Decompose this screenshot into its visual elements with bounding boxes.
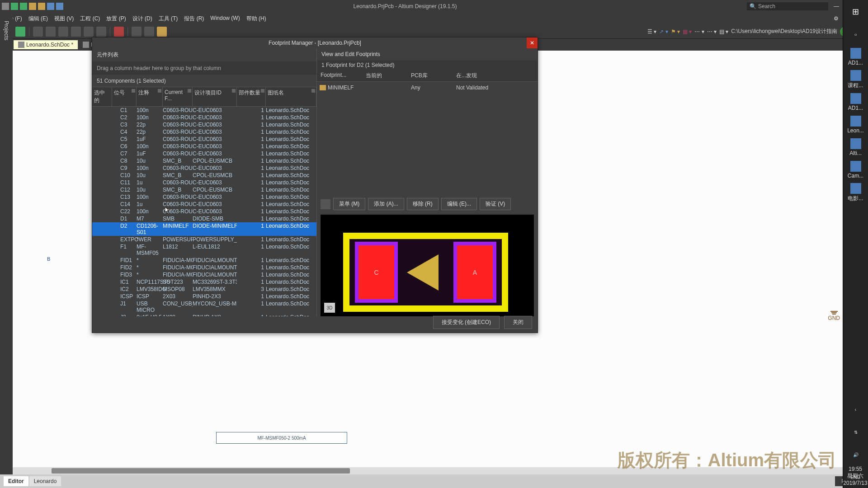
more2-icon[interactable]: ⋯ ▾ xyxy=(707,28,717,35)
projects-tab[interactable]: Projects xyxy=(2,17,10,44)
table-row[interactable]: FID1*FIDUCIA-MOUFIDUCIALMOUNT1Leonardo.S… xyxy=(92,257,316,264)
table-row[interactable]: D2CD1206-S01MINIMELFDIODE-MINIMELF1Leona… xyxy=(92,222,316,236)
menu-item[interactable]: 放置 (P) xyxy=(106,15,126,23)
table-row[interactable]: C2100nC0603-ROUNDC-EUC06031Leonardo.SchD… xyxy=(92,114,316,121)
place-icon[interactable] xyxy=(132,27,142,37)
clear-filter-icon[interactable] xyxy=(114,27,124,37)
column-header[interactable]: 注释 xyxy=(137,87,163,106)
select-icon[interactable] xyxy=(96,27,106,37)
settings-icon[interactable]: ⚙ xyxy=(834,15,839,22)
taskbar-item[interactable]: 电影... xyxy=(845,182,867,203)
volume-icon[interactable]: 🔊 xyxy=(845,444,867,465)
fp-column-header[interactable]: 在...发现 xyxy=(453,70,538,81)
taskbar-item[interactable]: Alti... xyxy=(845,136,867,158)
table-row[interactable]: IC1NCP1117ST5SOT223MC33269ST-3.3T31Leona… xyxy=(92,278,316,286)
filter-icon[interactable] xyxy=(158,89,161,93)
table-row[interactable]: D1M7SMBDIODE-SMB1Leonardo.SchDoc xyxy=(92,215,316,222)
footprint-action-button[interactable]: 验证 (V) xyxy=(480,198,511,210)
redo-icon[interactable] xyxy=(56,3,63,10)
zoom-area-icon[interactable] xyxy=(46,27,56,37)
table-row[interactable]: C810uSMC_BCPOL-EUSMCB1Leonardo.SchDoc xyxy=(92,157,316,164)
more-icon[interactable]: ⋯ ▾ xyxy=(694,28,704,35)
footprint-action-button[interactable]: 菜单 (M) xyxy=(333,198,365,210)
save-tool-icon[interactable] xyxy=(15,27,25,37)
share-icon[interactable]: ↗ ▾ xyxy=(659,28,668,35)
table-row[interactable]: C13100nC0603-ROUNDC-EUC06031Leonardo.Sch… xyxy=(92,193,316,201)
taskbar-item[interactable]: AD1... xyxy=(845,91,867,113)
group-hint[interactable]: Drag a column header here to group by th… xyxy=(92,61,316,75)
column-header[interactable]: 图纸名 xyxy=(266,87,316,106)
components-grid[interactable]: C1100nC0603-ROUNDC-EUC06031Leonardo.SchD… xyxy=(92,107,316,316)
table-row[interactable]: C1010uSMC_BCPOL-EUSMCB1Leonardo.SchDoc xyxy=(92,172,316,179)
filter-icon[interactable] xyxy=(188,89,191,93)
close-dialog-button[interactable]: 关闭 xyxy=(504,316,532,329)
menu-item[interactable]: 编辑 (E) xyxy=(28,15,48,23)
table-row[interactable]: C1210uSMC_BCPOL-EUSMCB1Leonardo.SchDoc xyxy=(92,186,316,193)
table-row[interactable]: C71uFC0603-ROUNDC-EUC06031Leonardo.SchDo… xyxy=(92,150,316,157)
table-row[interactable]: C322pC0603-ROUNDC-EUC06031Leonardo.SchDo… xyxy=(92,121,316,128)
menu-item[interactable]: 设计 (D) xyxy=(132,15,152,23)
column-header[interactable]: 设计项目ID xyxy=(193,87,237,106)
footprint-row[interactable]: MINIMELF Any Not Validated xyxy=(317,82,538,94)
filter-icon[interactable] xyxy=(261,89,264,93)
table-row[interactable]: F1MF-MSMF05L1812L-EUL18121Leonardo.SchDo… xyxy=(92,243,316,257)
zoom-fit-icon[interactable] xyxy=(33,27,43,37)
footprint-preview[interactable]: C A 3D xyxy=(321,215,534,316)
table-row[interactable]: C1100nC0603-ROUNDC-EUC06031Leonardo.SchD… xyxy=(92,107,316,114)
table-row[interactable]: EXTPOWER*POWERSUPPLYPOWERSUPPLY_DC21M1Le… xyxy=(92,236,316,243)
menu-item[interactable]: 报告 (R) xyxy=(184,15,204,23)
menu-item[interactable]: 帮助 (H) xyxy=(246,15,266,23)
filter-icon[interactable] xyxy=(232,89,236,93)
align-icon[interactable] xyxy=(144,27,154,37)
table-row[interactable]: C9100nC0603-ROUNDC-EUC06031Leonardo.SchD… xyxy=(92,164,316,172)
table-row[interactable]: C111uC0603-ROUNDC-EUC06031Leonardo.SchDo… xyxy=(92,179,316,186)
grid-icon[interactable]: ▦ ▾ xyxy=(683,28,692,35)
filter-icon[interactable] xyxy=(132,89,135,93)
move-icon[interactable] xyxy=(84,27,94,37)
system-clock[interactable]: 19:55 星期六 2019/7/13 xyxy=(843,464,868,488)
column-header[interactable]: Current F... xyxy=(163,87,193,106)
accept-eco-button[interactable]: 接受变化 (创建ECO) xyxy=(433,316,500,329)
footprint-action-button[interactable]: 编辑 (E)... xyxy=(441,198,477,210)
flag-icon[interactable]: ⚑ ▾ xyxy=(671,28,680,35)
network-icon[interactable]: ⇅ xyxy=(845,421,867,443)
scrollbar-thumb[interactable] xyxy=(52,468,350,474)
list-icon[interactable]: ☰ ▾ xyxy=(647,28,656,35)
cross-probe-icon[interactable] xyxy=(71,27,81,37)
minimize-button[interactable]: — xyxy=(832,2,841,11)
menu-item[interactable]: Window (W) xyxy=(210,15,240,23)
fp-column-header[interactable]: PCB库 xyxy=(407,70,453,81)
table-row[interactable]: C141uC0603-ROUNDC-EUC06031Leonardo.SchDo… xyxy=(92,201,316,208)
column-header[interactable]: 部件数量 xyxy=(237,87,266,106)
table-row[interactable]: FID2*FIDUCIA-MOUFIDUCIALMOUNT1Leonardo.S… xyxy=(92,264,316,271)
document-tab[interactable]: Leonardo.SchDoc * xyxy=(14,40,78,49)
table-row[interactable]: IC2LMV358IDGMSOP08LMV358MMX3Leonardo.Sch… xyxy=(92,286,316,293)
menu-icon[interactable] xyxy=(321,199,330,209)
column-header[interactable]: 位号 xyxy=(112,87,137,106)
filter-icon[interactable]: ▤ ▾ xyxy=(719,28,728,35)
search-box[interactable]: 🔍 Search xyxy=(747,2,828,10)
save-all-icon[interactable] xyxy=(20,3,27,10)
status-tab[interactable]: Leonardo xyxy=(29,476,61,486)
table-row[interactable]: C22100nC0603-ROUNDC-EUC06031Leonardo.Sch… xyxy=(92,208,316,215)
save-icon[interactable] xyxy=(11,3,18,10)
folder-open-icon[interactable] xyxy=(38,3,45,10)
table-row[interactable]: ICSPICSP2X03PINHD-2X31Leonardo.SchDoc xyxy=(92,293,316,300)
cortana-icon[interactable]: ○ xyxy=(845,23,867,45)
dialog-title-bar[interactable]: Footprint Manager - [Leonardo.PrjPcb] ✕ xyxy=(92,38,538,48)
tool-icon[interactable] xyxy=(58,27,68,37)
taskbar-item[interactable]: Cam... xyxy=(845,159,867,181)
table-row[interactable]: C422pC0603-ROUNDC-EUC06031Leonardo.SchDo… xyxy=(92,128,316,136)
footprint-action-button[interactable]: 添加 (A)... xyxy=(368,198,404,210)
footprint-action-button[interactable]: 移除 (R) xyxy=(407,198,439,210)
windows-start-icon[interactable]: ⊞ xyxy=(845,1,867,23)
taskbar-item[interactable]: 课程... xyxy=(845,69,867,90)
menu-item[interactable]: 视图 (V) xyxy=(54,15,74,23)
taskbar-item[interactable]: Leon... xyxy=(845,114,867,136)
table-row[interactable]: J28x1F-H8.51X08PINHD-1X81Leonardo.SchDoc xyxy=(92,314,316,316)
back-chevron-icon[interactable]: ‹ xyxy=(845,399,867,420)
fp-column-header[interactable]: Footprint... xyxy=(317,70,362,81)
folder-icon[interactable] xyxy=(29,3,36,10)
filter-icon[interactable] xyxy=(311,89,315,93)
undo-icon[interactable] xyxy=(47,3,54,10)
